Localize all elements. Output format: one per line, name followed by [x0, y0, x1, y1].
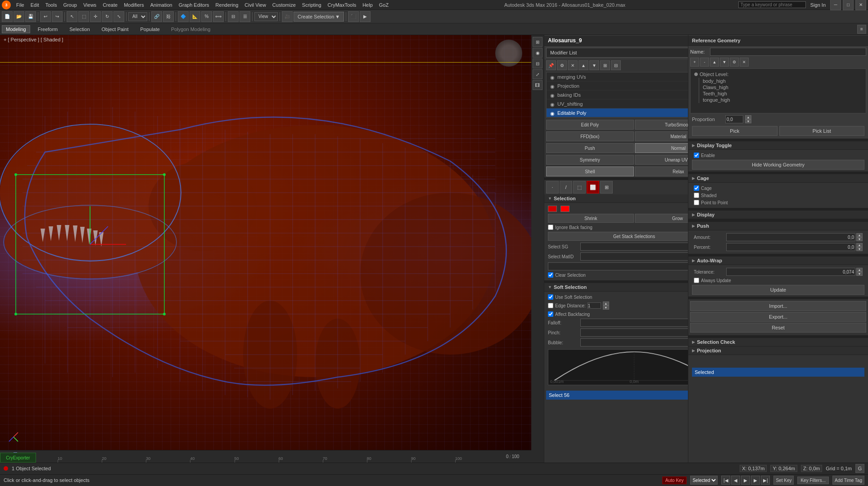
tool-icon-3[interactable]: ⊟	[533, 58, 542, 68]
ref-claws-high[interactable]: Claws_high	[703, 85, 728, 90]
ref-teeth-high[interactable]: Teeth_high	[703, 91, 727, 96]
menu-goz[interactable]: GoZ	[376, 1, 391, 9]
cry-exporter-tab[interactable]: CryExporter	[0, 453, 36, 463]
menu-help[interactable]: Help	[360, 1, 375, 9]
viewcube[interactable]	[495, 40, 522, 67]
ref-down-btn[interactable]: ▼	[720, 58, 729, 67]
tolerance-up[interactable]: ▲	[856, 268, 863, 272]
tab-populate[interactable]: Populate	[136, 25, 163, 33]
export-btn[interactable]: Export...	[690, 312, 866, 322]
menu-crymaxtools[interactable]: CryMaxTools	[325, 1, 359, 9]
push-header[interactable]: ▶ Push	[688, 222, 868, 230]
ref-name-input[interactable]	[710, 48, 866, 56]
prev-frame-btn[interactable]: ◀	[731, 476, 740, 485]
ignore-backfacing-check[interactable]	[548, 225, 553, 230]
amount-up[interactable]: ▲	[856, 233, 863, 237]
menu-views[interactable]: Views	[81, 1, 99, 9]
percent-up[interactable]: ▲	[856, 243, 863, 247]
edit-poly-btn[interactable]: Edit Poly	[546, 120, 634, 130]
timeline[interactable]: 0 0 10 20 30 40 50 60 70 80 90 100 0 0 /…	[0, 450, 531, 463]
stack-copy-btn[interactable]: ⊞	[600, 60, 610, 70]
proportion-down[interactable]: ▼	[745, 119, 751, 123]
stack-move-up-btn[interactable]: ▲	[579, 60, 588, 70]
cage-check[interactable]	[694, 185, 699, 191]
import-btn[interactable]: Import...	[690, 301, 866, 311]
ref-tongue-high[interactable]: tongue_high	[703, 97, 730, 103]
cage-header[interactable]: ▶ Cage	[688, 174, 868, 183]
ref-delete-btn[interactable]: -	[700, 58, 709, 67]
tab-selection[interactable]: Selection	[65, 25, 94, 33]
search-input[interactable]	[738, 1, 806, 8]
ref-close-btn[interactable]: ✕	[740, 58, 749, 67]
percent-down[interactable]: ▼	[856, 247, 863, 251]
viewport-canvas[interactable]	[0, 35, 531, 467]
stack-settings-btn[interactable]: ⚙	[557, 60, 567, 70]
menu-tools[interactable]: Tools	[43, 1, 60, 9]
ref-up-btn[interactable]: ▲	[710, 58, 719, 67]
border-sub-btn[interactable]: ⬚	[573, 181, 586, 194]
redo-btn[interactable]: ↪	[52, 11, 63, 22]
color-swatch-red2[interactable]	[561, 206, 570, 212]
tolerance-input[interactable]	[726, 268, 855, 276]
mirror-btn[interactable]: ⟺	[213, 11, 224, 22]
scale-btn[interactable]: ⤡	[113, 11, 124, 22]
push-btn[interactable]: Push	[546, 143, 634, 153]
tab-modeling[interactable]: Modeling	[2, 25, 30, 33]
selected-select[interactable]: Selected	[690, 476, 718, 485]
grid-toggle-btn[interactable]: G	[855, 464, 864, 473]
new-file-btn[interactable]: 📄	[2, 11, 13, 22]
auto-key-btn[interactable]: Auto Key	[662, 477, 687, 484]
tolerance-down[interactable]: ▼	[856, 272, 863, 276]
angle-snap-btn[interactable]: 📐	[190, 11, 200, 22]
menu-civil-view[interactable]: Civil View	[242, 1, 268, 9]
render-btn[interactable]: ⬛	[348, 11, 359, 22]
ref-settings-btn[interactable]: ⚙	[730, 58, 739, 67]
select-btn[interactable]: ↖	[67, 11, 77, 22]
quick-render-btn[interactable]: ▶	[360, 11, 371, 22]
play-btn[interactable]: ▶	[741, 476, 750, 485]
element-sub-btn[interactable]: ⊞	[600, 181, 613, 194]
edge-distance-check[interactable]	[548, 303, 553, 308]
timeline-ruler[interactable]: 0 10 20 30 40 50 60 70 80 90 100 0	[14, 450, 504, 463]
tool-icon-4[interactable]: ⤢	[533, 69, 542, 79]
menu-group[interactable]: Group	[60, 1, 80, 9]
play-start-btn[interactable]: |◀	[721, 476, 730, 485]
menu-scripting[interactable]: Scripting	[299, 1, 324, 9]
viewport[interactable]: + [ Perspective ] [ Shaded ]	[0, 35, 531, 467]
affect-backfacing-check[interactable]	[548, 311, 553, 317]
maximize-button[interactable]: □	[843, 0, 854, 10]
options-btn[interactable]: ≡	[857, 25, 866, 34]
stack-paste-btn[interactable]: ⊟	[611, 60, 621, 70]
hide-working-btn[interactable]: Hide Working Geometry	[692, 160, 864, 170]
selection-check-header[interactable]: ▶ Selection Check	[688, 338, 868, 346]
menu-modifiers[interactable]: Modifiers	[121, 1, 147, 9]
play-end-btn[interactable]: ▶|	[761, 476, 770, 485]
reset-btn[interactable]: Reset	[690, 323, 866, 333]
tab-freeform[interactable]: Freeform	[34, 25, 62, 33]
update-btn[interactable]: Update	[692, 285, 864, 295]
ref-add-btn[interactable]: +	[690, 58, 699, 67]
menu-graph-editors[interactable]: Graph Editors	[176, 1, 212, 9]
clear-selection-check[interactable]	[548, 272, 553, 278]
always-update-check[interactable]	[694, 278, 699, 283]
vertex-sub-btn[interactable]: ·	[546, 181, 559, 194]
auto-wrap-header[interactable]: ▶ Auto-Wrap	[688, 256, 868, 265]
snap-btn[interactable]: 🔷	[178, 11, 189, 22]
polygon-sub-btn[interactable]: ⬜	[587, 181, 599, 194]
stack-pin-btn[interactable]: 📌	[546, 60, 556, 70]
menu-customize[interactable]: Customize	[270, 1, 298, 9]
ref-body-high[interactable]: body_high	[703, 78, 726, 84]
rotate-btn[interactable]: ↻	[102, 11, 113, 22]
tool-icon-5[interactable]: 🎞	[533, 80, 542, 90]
shaded-check[interactable]	[694, 193, 699, 198]
sign-in-link[interactable]: Sign In	[808, 1, 828, 9]
edge-dist-down[interactable]: ▼	[603, 306, 609, 310]
point-to-point-check[interactable]	[694, 200, 699, 205]
menu-edit[interactable]: Edit	[28, 1, 42, 9]
ffd-box-btn[interactable]: FFD(box)	[546, 131, 634, 141]
link-btn[interactable]: 🔗	[151, 11, 162, 22]
align-btn[interactable]: ⊟	[228, 11, 239, 22]
select-region-btn[interactable]: ⬚	[78, 11, 89, 22]
shrink-btn[interactable]: Shrink	[548, 214, 634, 223]
view-dropdown[interactable]: View	[254, 12, 278, 21]
